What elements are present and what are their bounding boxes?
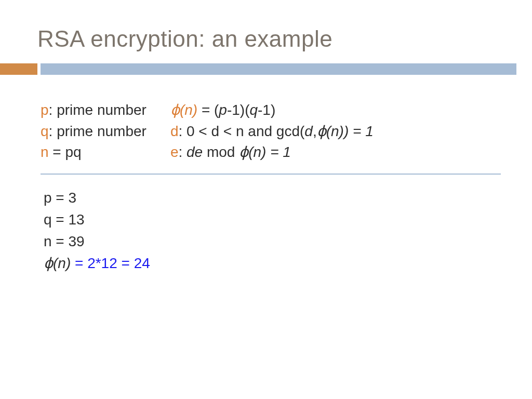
symbol-n: n [41, 144, 49, 160]
symbol-q: q [41, 123, 49, 139]
var-d: d [304, 123, 313, 139]
example-phi: ɸ(n) = 2*12 = 24 [44, 252, 501, 274]
example-phi-lhs: ɸ(n) [44, 255, 71, 271]
var-phin: ɸ(n) [317, 123, 344, 139]
def-d-ineq: 0 < d < n and gcd( [187, 123, 304, 139]
def-d: d: 0 < d < n and gcd(d,ɸ(n)) = 1 [170, 121, 501, 142]
def-phi-end: -1) [258, 102, 275, 118]
definitions: p: prime number q: prime number n = pq ɸ… [41, 100, 501, 163]
var-p: p [219, 102, 227, 118]
def-d-one: 1 [365, 123, 374, 139]
def-d-close: ) = [344, 123, 365, 139]
symbol-d: d [170, 123, 179, 139]
accent-bar-blue [41, 63, 516, 75]
accent-bar-orange [0, 63, 37, 75]
example-q: q = 13 [44, 209, 501, 231]
def-q-text: : prime number [49, 123, 147, 139]
def-d-comma: , [313, 123, 317, 139]
example-values: p = 3 q = 13 n = 39 ɸ(n) = 2*12 = 24 [41, 187, 501, 274]
def-phi-mid: -1)( [227, 102, 250, 118]
var-de: de [187, 144, 203, 160]
title-underline [0, 63, 532, 75]
symbol-p: p [41, 102, 49, 118]
definitions-right: ɸ(n) = (p-1)(q-1) d: 0 < d < n and gcd(d… [170, 100, 501, 163]
def-q: q: prime number [41, 121, 147, 142]
example-n: n = 39 [44, 231, 501, 252]
def-e-mod: mod [203, 144, 239, 160]
def-e-colon: : [178, 144, 187, 160]
example-phi-rhs: = 2*12 = 24 [71, 255, 150, 271]
definitions-left: p: prime number q: prime number n = pq [41, 100, 147, 163]
slide-body: p: prime number q: prime number n = pq ɸ… [0, 100, 532, 274]
def-n-text: = pq [49, 144, 82, 160]
divider [41, 174, 501, 175]
def-phi-eq: = ( [197, 102, 219, 118]
def-e-phin: ɸ(n) = 1 [239, 144, 291, 160]
symbol-phi: ɸ(n) [170, 102, 197, 118]
def-d-colon: : [178, 123, 187, 139]
slide-title: RSA encryption: an example [0, 26, 532, 52]
def-p-text: : prime number [49, 102, 147, 118]
def-n: n = pq [41, 142, 147, 163]
example-p: p = 3 [44, 187, 501, 209]
def-phi: ɸ(n) = (p-1)(q-1) [170, 100, 501, 121]
symbol-e: e [170, 144, 179, 160]
def-e: e: de mod ɸ(n) = 1 [170, 142, 501, 163]
slide: RSA encryption: an example p: prime numb… [0, 0, 532, 399]
var-q: q [249, 102, 258, 118]
def-p: p: prime number [41, 100, 147, 121]
